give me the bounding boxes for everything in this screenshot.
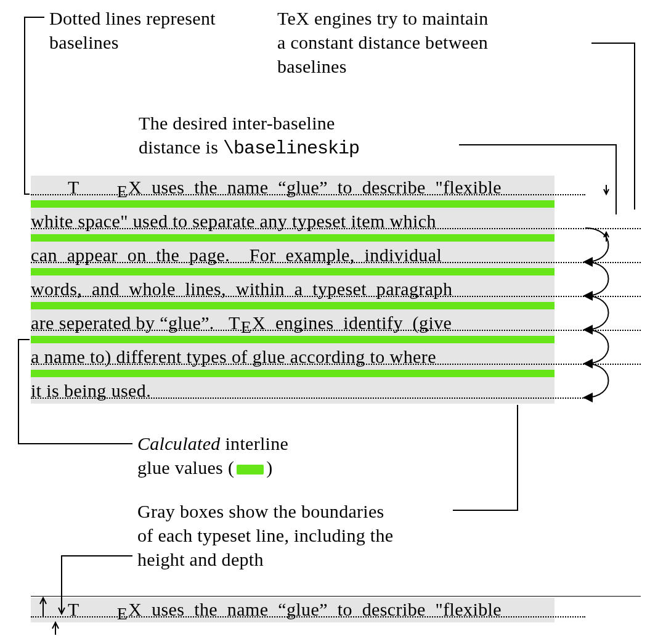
connector-height-depth — [0, 0, 650, 644]
